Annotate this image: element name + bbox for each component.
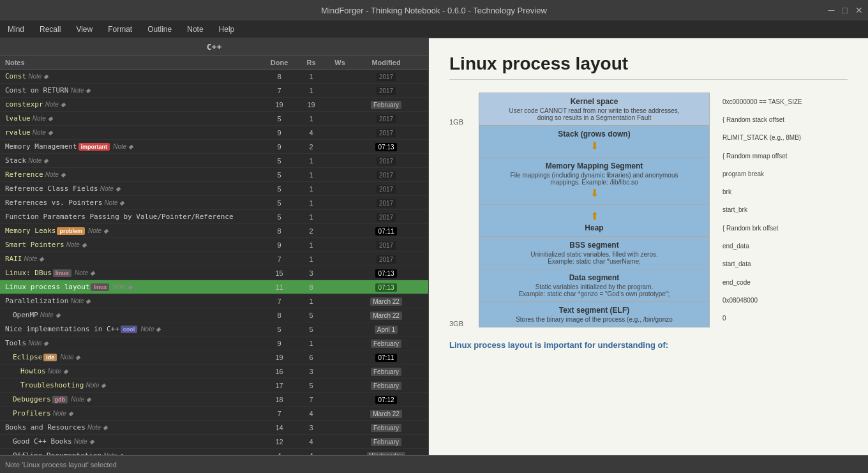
note-type: Note ◆ bbox=[28, 340, 49, 347]
table-row[interactable]: OpenMP Note ◆85March 22 bbox=[0, 308, 428, 322]
tag-gdb: gdb bbox=[52, 396, 68, 403]
note-type: Note ◆ bbox=[100, 185, 121, 192]
rs-cell: 1 bbox=[297, 185, 326, 193]
annot-end-data: end_data bbox=[722, 243, 848, 250]
mem-blocks: Kernel space User code CANNOT read from … bbox=[479, 93, 710, 327]
tag-cool: cool bbox=[121, 326, 138, 333]
table-row[interactable]: Function Paramaters Passing by Value/Poi… bbox=[0, 210, 428, 224]
label-1gb: 1GB bbox=[449, 118, 468, 126]
rs-cell: 1 bbox=[297, 199, 326, 207]
table-row[interactable]: Smart Pointers Note ◆912017 bbox=[0, 238, 428, 252]
note-type: Note ◆ bbox=[60, 354, 80, 361]
done-cell: 5 bbox=[262, 199, 297, 207]
annot-zero: 0 bbox=[722, 315, 848, 322]
table-row[interactable]: Books and Resources Note ◆143February bbox=[0, 421, 428, 435]
done-cell: 12 bbox=[262, 438, 297, 446]
done-cell: 8 bbox=[262, 73, 297, 80]
rs-cell: 3 bbox=[297, 424, 326, 432]
date-cell: 2017 bbox=[354, 128, 418, 137]
table-row[interactable]: Reference Note ◆512017 bbox=[0, 168, 428, 182]
menubar: Mind Recall View Format Outline Note Hel… bbox=[0, 20, 868, 38]
minimize-button[interactable]: ─ bbox=[828, 5, 835, 15]
note-name-cell: Profilers Note ◆ bbox=[0, 409, 262, 417]
label-3gb: 3GB bbox=[449, 320, 468, 327]
notes-list[interactable]: Const Note ◆812017Const on RETURN Note ◆… bbox=[0, 70, 428, 455]
done-cell: 8 bbox=[262, 312, 297, 319]
rs-cell: 4 bbox=[297, 410, 326, 417]
table-row[interactable]: Memory Leaksproblem Note ◆8207:11 bbox=[0, 224, 428, 238]
note-name-cell: OpenMP Note ◆ bbox=[0, 311, 262, 319]
menu-help[interactable]: Help bbox=[216, 24, 237, 35]
menu-mind[interactable]: Mind bbox=[5, 24, 27, 35]
note-name-cell: Offline Documentation Note ◆ bbox=[0, 451, 262, 455]
close-button[interactable]: ✕ bbox=[855, 5, 863, 15]
note-name-cell: Eclipseide Note ◆ bbox=[0, 353, 262, 361]
done-cell: 9 bbox=[262, 129, 297, 137]
table-row[interactable]: Linux: DBuslinux Note ◆15307:13 bbox=[0, 266, 428, 280]
menu-outline[interactable]: Outline bbox=[145, 24, 174, 35]
done-cell: 5 bbox=[262, 171, 297, 179]
table-row[interactable]: Stack Note ◆512017 bbox=[0, 154, 428, 168]
done-cell: 18 bbox=[262, 396, 297, 403]
table-row[interactable]: RAII Note ◆712017 bbox=[0, 252, 428, 266]
rs-cell: 3 bbox=[297, 269, 326, 277]
annot-brk: brk bbox=[722, 188, 848, 195]
note-type: Note ◆ bbox=[140, 326, 161, 333]
table-row[interactable]: Eclipseide Note ◆19607:11 bbox=[0, 350, 428, 364]
note-type: Note ◆ bbox=[66, 241, 87, 248]
menu-note[interactable]: Note bbox=[184, 24, 206, 35]
table-row[interactable]: Troubleshooting Note ◆175February bbox=[0, 379, 428, 393]
rs-cell: 7 bbox=[297, 396, 326, 403]
menu-view[interactable]: View bbox=[73, 24, 95, 35]
note-name-cell: Debuggersgdb Note ◆ bbox=[0, 395, 262, 403]
tag-important: important bbox=[79, 143, 110, 151]
done-cell: 5 bbox=[262, 157, 297, 165]
date-cell: 2017 bbox=[354, 156, 418, 165]
date-cell: 2017 bbox=[354, 170, 418, 179]
table-row[interactable]: References vs. Pointers Note ◆512017 bbox=[0, 196, 428, 210]
table-row[interactable]: Parallelization Note ◆71March 22 bbox=[0, 294, 428, 308]
data-block: Data segment Static variables initialize… bbox=[479, 269, 709, 302]
annot-task-size: 0xc0000000 == TASK_SIZE bbox=[722, 98, 848, 105]
table-row[interactable]: Nice implementations in C++cool Note ◆55… bbox=[0, 322, 428, 336]
table-row[interactable]: Memory Managementimportant Note ◆9207:13 bbox=[0, 140, 428, 154]
date-cell: 2017 bbox=[354, 199, 418, 207]
done-cell: 16 bbox=[262, 368, 297, 375]
done-cell: 8 bbox=[262, 227, 297, 235]
rs-cell: 1 bbox=[297, 297, 326, 305]
bss-desc: Uninitialized static variables, filled w… bbox=[484, 251, 704, 265]
table-row[interactable]: Offline Documentation Note ◆44Wednesday bbox=[0, 449, 428, 455]
table-row[interactable]: Tools Note ◆91February bbox=[0, 336, 428, 350]
note-name-cell: Tools Note ◆ bbox=[0, 339, 262, 347]
table-row[interactable]: lvalue Note ◆512017 bbox=[0, 112, 428, 126]
note-type: Note ◆ bbox=[104, 199, 124, 206]
done-cell: 9 bbox=[262, 143, 297, 151]
note-name-cell: Const Note ◆ bbox=[0, 72, 262, 80]
text-block: Text segment (ELF) Stores the binary ima… bbox=[479, 302, 709, 327]
menu-format[interactable]: Format bbox=[105, 24, 135, 35]
table-row[interactable]: Debuggersgdb Note ◆18707:12 bbox=[0, 393, 428, 407]
rs-cell: 1 bbox=[297, 87, 326, 94]
maximize-button[interactable]: □ bbox=[842, 5, 848, 15]
table-row[interactable]: rvalue Note ◆942017 bbox=[0, 126, 428, 140]
window-controls: ─ □ ✕ bbox=[828, 5, 863, 15]
annot-start-data: start_data bbox=[722, 260, 848, 267]
menu-recall[interactable]: Recall bbox=[37, 24, 63, 35]
note-name-cell: rvalue Note ◆ bbox=[0, 128, 262, 137]
date-cell: February bbox=[354, 437, 418, 446]
table-row[interactable]: Profilers Note ◆74March 22 bbox=[0, 407, 428, 421]
right-panel[interactable]: Linux process layout 1GB 3GB Kernel spac… bbox=[429, 38, 868, 455]
table-row[interactable]: constexpr Note ◆1919February bbox=[0, 98, 428, 112]
rs-cell: 19 bbox=[297, 101, 326, 109]
rs-cell: 1 bbox=[297, 171, 326, 179]
col-notes: Notes bbox=[0, 59, 262, 66]
annot-start-brk: start_brk bbox=[722, 206, 848, 213]
table-row[interactable]: Const on RETURN Note ◆712017 bbox=[0, 84, 428, 98]
table-row[interactable]: Howtos Note ◆163February bbox=[0, 364, 428, 379]
table-row[interactable]: Reference Class Fields Note ◆512017 bbox=[0, 182, 428, 196]
note-name-cell: Howtos Note ◆ bbox=[0, 367, 262, 375]
table-row[interactable]: Linux process layoutlinux Note ◆11807:13 bbox=[0, 280, 428, 294]
table-row[interactable]: Const Note ◆812017 bbox=[0, 70, 428, 84]
table-row[interactable]: Good C++ Books Note ◆124February bbox=[0, 435, 428, 449]
mmap-title: Memory Mapping Segment bbox=[484, 161, 704, 170]
